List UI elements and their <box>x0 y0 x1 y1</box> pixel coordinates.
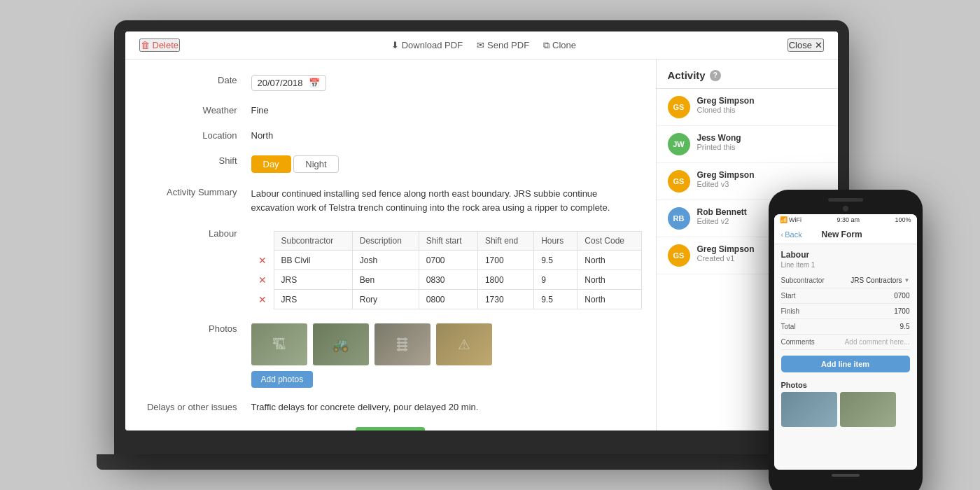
table-cell: 9.5 <box>534 251 578 270</box>
col-shift-end: Shift end <box>477 232 533 251</box>
table-cell: 9.5 <box>534 290 578 309</box>
location-value: North <box>251 127 642 141</box>
weather-row: Weather Fine <box>125 97 656 122</box>
delete-row-button[interactable]: ✕ <box>251 290 274 309</box>
phone-camera <box>843 206 848 211</box>
delete-row-button[interactable]: ✕ <box>251 270 274 290</box>
photos-label: Photos <box>139 321 251 334</box>
date-label: Date <box>139 72 251 85</box>
save-form-button[interactable]: Save form <box>356 427 425 430</box>
send-pdf-label: Send PDF <box>487 40 529 50</box>
chevron-down-icon: ▼ <box>904 277 910 284</box>
shift-label: Shift <box>139 153 251 166</box>
shift-day-button[interactable]: Day <box>251 155 291 173</box>
add-photos-button[interactable]: Add photos <box>251 371 314 388</box>
col-cost-code: Cost Code <box>578 232 641 251</box>
table-cell: Josh <box>352 251 419 270</box>
labour-row: Labour Subcontractor Description Shift s… <box>125 220 656 315</box>
shift-night-button[interactable]: Night <box>293 155 338 173</box>
phone-time: 9:30 am <box>836 216 860 223</box>
app-toolbar: 🗑 Delete ⬇ Download PDF ✉ Send PDF ⧉ <box>125 31 838 59</box>
date-value: 20/07/2018 📅 <box>251 72 642 91</box>
phone-home-bar[interactable] <box>832 474 860 477</box>
phone-speaker <box>828 198 863 202</box>
phone-section-sub: Line item 1 <box>781 261 910 269</box>
table-cell: 0800 <box>419 290 477 309</box>
table-row: ✕JRSBen083018009North <box>251 270 642 290</box>
back-chevron-icon: ‹ <box>781 230 784 239</box>
phone-photo-1[interactable] <box>781 392 837 427</box>
delete-row-button[interactable]: ✕ <box>251 251 274 270</box>
shift-value: Day Night <box>251 153 642 173</box>
phone-photos-title: Photos <box>781 381 910 389</box>
phone-field-row: Start0700 <box>781 288 910 304</box>
table-cell: 1700 <box>477 251 533 270</box>
phone-field-value: Add comment here... <box>845 338 910 346</box>
phone-field-value[interactable]: JRS Contractors ▼ <box>850 276 909 284</box>
avatar: JW <box>668 133 690 155</box>
phone-field-label: Start <box>781 292 796 300</box>
table-cell: Rory <box>352 290 419 309</box>
phone-field-value: 9.5 <box>900 323 910 330</box>
delays-row: Delays or other issues Traffic delays fo… <box>125 393 656 419</box>
col-description: Description <box>352 232 419 251</box>
table-cell: 1800 <box>477 270 533 290</box>
phone-add-line-button[interactable]: Add line item <box>781 356 910 372</box>
download-pdf-label: Download PDF <box>402 40 463 50</box>
col-shift-start: Shift start <box>419 232 477 251</box>
date-input[interactable]: 20/07/2018 📅 <box>251 75 326 91</box>
shift-row: Shift Day Night <box>125 147 656 178</box>
toolbar-center: ⬇ Download PDF ✉ Send PDF ⧉ Clone <box>391 40 576 51</box>
phone-device: 📶 WiFi 9:30 am 100% ‹ Back New Form Labo… <box>769 190 923 490</box>
phone-field-label: Total <box>781 323 796 330</box>
activity-user-name: Jess Wong <box>697 133 827 143</box>
delays-value: Traffic delays for concrete delivery, po… <box>251 399 642 412</box>
phone-fields: SubcontractorJRS Contractors ▼Start0700F… <box>781 273 910 350</box>
phone-back-button[interactable]: ‹ Back <box>781 230 802 239</box>
toolbar-left: 🗑 Delete <box>139 38 181 52</box>
location-label: Location <box>139 127 251 141</box>
avatar: GS <box>668 244 690 267</box>
clone-icon: ⧉ <box>543 40 550 51</box>
photo-4[interactable]: ⚠ <box>436 323 492 365</box>
phone-status-bar: 📶 WiFi 9:30 am 100% <box>774 214 917 225</box>
phone-nav: ‹ Back New Form <box>774 225 917 244</box>
help-icon[interactable]: ? <box>710 70 721 81</box>
trash-icon: 🗑 <box>141 40 150 50</box>
phone-photos-section: Photos <box>781 381 910 427</box>
close-button[interactable]: Close ✕ <box>788 38 824 52</box>
phone-field-label: Finish <box>781 307 800 315</box>
labour-table: Subcontractor Description Shift start Sh… <box>251 231 642 309</box>
phone-photo-2[interactable] <box>840 392 896 427</box>
download-icon: ⬇ <box>391 40 399 50</box>
activity-header: Activity ? <box>657 59 838 89</box>
phone-field-placeholder: Add comment here... <box>845 338 910 346</box>
phone-field-row: Total9.5 <box>781 319 910 335</box>
activity-user-name: Greg Simpson <box>697 170 827 180</box>
photo-3[interactable]: 🛤 <box>374 323 430 365</box>
photo-1[interactable]: 🏗 <box>251 323 307 365</box>
clone-label: Clone <box>552 40 576 50</box>
weather-value: Fine <box>251 102 642 115</box>
clone-button[interactable]: ⧉ Clone <box>543 40 576 51</box>
toolbar-right: Close ✕ <box>788 38 824 52</box>
send-pdf-button[interactable]: ✉ Send PDF <box>477 40 529 50</box>
activity-user-action: Printed this <box>697 143 827 151</box>
download-pdf-button[interactable]: ⬇ Download PDF <box>391 40 463 50</box>
table-cell: 0830 <box>419 270 477 290</box>
delete-button[interactable]: 🗑 Delete <box>139 38 181 52</box>
photo-2[interactable]: 🚜 <box>313 323 369 365</box>
phone-photos-grid <box>781 392 910 427</box>
activity-summary-label: Activity Summary <box>139 184 251 197</box>
date-text: 20/07/2018 <box>258 78 303 88</box>
activity-user-action: Cloned this <box>697 106 827 114</box>
activity-text: Jess WongPrinted this <box>697 133 827 151</box>
phone-field-label: Subcontractor <box>781 276 825 284</box>
activity-user-action: Edited v3 <box>697 180 827 188</box>
delays-label: Delays or other issues <box>139 399 251 412</box>
phone-nav-title: New Form <box>822 230 862 239</box>
table-cell: Ben <box>352 270 419 290</box>
close-icon: ✕ <box>815 40 822 50</box>
table-cell: North <box>578 290 641 309</box>
table-cell: 1730 <box>477 290 533 309</box>
